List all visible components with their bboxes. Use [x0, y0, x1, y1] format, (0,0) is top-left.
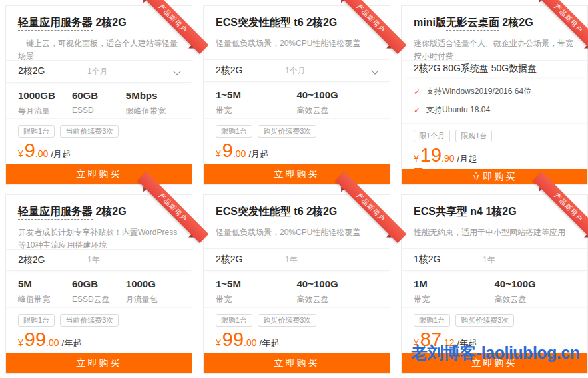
config-select[interactable]: 2核2G 1年: [204, 248, 390, 271]
limit-badge: 限购1台: [455, 130, 492, 142]
product-card-lighthouse-month: 产品新用户 轻量应用服务器 2核2G 一键上云，可视化面板，适合个人建站等轻量场…: [5, 5, 192, 185]
spec-item: 1M 带宽: [414, 278, 495, 307]
promo-price: ¥99.00/年起: [216, 329, 378, 349]
config-spec: 2核2G: [18, 254, 45, 266]
config-duration: 1年: [285, 254, 298, 266]
spec-item: 1~5M 带宽: [216, 278, 297, 307]
buy-now-button[interactable]: 立即购买: [204, 353, 390, 373]
price-section: 限购1台 购买价续费3次 ¥87.12/年起 省 ¥ 1364.88 /年: [402, 307, 587, 353]
buy-now-button[interactable]: 立即购买: [402, 353, 587, 373]
spec-item: 5M 峰值带宽: [18, 278, 72, 307]
renew-badge: 当前价续费3次: [60, 314, 119, 327]
price-section: 限1个月 限购1台 ¥19.90/月起 省 ¥ 231.05 /月: [402, 123, 587, 169]
check-icon: ✓: [414, 87, 420, 96]
renew-badge: 购买价续费3次: [258, 314, 316, 327]
spec-list: 1000GB 每月流量 60GB ESSD 5Mbps 限峰值带宽: [6, 83, 192, 118]
promo-price: ¥99.00/年起: [18, 329, 180, 349]
config-select[interactable]: 2核2G 1个月: [6, 60, 192, 83]
chevron-down-icon: [371, 67, 378, 75]
config-spec: 2核2G 80G系统盘 50G数据盘: [414, 63, 537, 75]
config-select[interactable]: 1核2G 1年: [402, 248, 587, 271]
product-card-ecs-n4-year: 产品新用户 ECS共享型 n4 1核2G 性能无约束，适用于中小型网站搭建等应用…: [401, 194, 588, 374]
badge-row: 限购1台 当前价续费3次: [18, 314, 180, 327]
card-header: mini版无影云桌面 2核2G 迷你版适合轻量个人、微企业办公场景，带宽按小时付…: [402, 6, 587, 60]
spec-item: 40~100G 高效云盘: [495, 278, 536, 307]
product-title: ECS共享型 n4 1核2G: [414, 205, 575, 219]
config-spec: 2核2G: [216, 65, 242, 77]
limit-badge: 限购1台: [216, 314, 252, 327]
limit-badge: 限1个月: [414, 130, 450, 142]
product-description: 轻量低负载场景，20%CPU性能轻松覆盖: [216, 37, 378, 50]
product-card-ecs-t6-month: 产品新用户 ECS突发性能型 t6 2核2G 轻量低负载场景，20%CPU性能轻…: [203, 5, 390, 185]
limit-badge: 限购1台: [414, 314, 450, 327]
spec-item: 1000GB 每月流量: [18, 90, 72, 118]
config-duration: 1个月: [87, 66, 108, 77]
card-header: 轻量应用服务器 2核2G 开发者成长计划专享补贴款！内置WordPress等10…: [6, 195, 192, 249]
product-title: ECS突发性能型 t6 2核2G: [216, 205, 378, 219]
spec-list: 1~5M 带宽 40~100G 高效云盘: [204, 82, 390, 118]
product-title: ECS突发性能型 t6 2核2G: [216, 16, 378, 30]
promo-price: ¥9.00/月起: [18, 140, 180, 160]
config-duration: 1个月: [285, 65, 306, 77]
badge-row: 限购1台 当前价续费3次: [18, 125, 180, 138]
limit-badge: 限购1台: [18, 125, 55, 138]
spec-list: 1M 带宽 40~100G 高效云盘: [402, 271, 587, 307]
check-icon: ✓: [414, 106, 420, 115]
product-card-wuying-desktop: 产品新用户 mini版无影云桌面 2核2G 迷你版适合轻量个人、微企业办公场景，…: [401, 5, 588, 185]
spec-list: 5M 峰值带宽 60GB ESSD云盘 1000G 月流量包: [6, 271, 192, 307]
spec-item: 60GB ESSD云盘: [72, 278, 126, 307]
price-section: 限购1台 当前价续费3次 ¥99.00/年起 省 ¥ 1101.00 /年: [6, 307, 192, 353]
badge-row: 限1个月 限购1台: [414, 130, 575, 142]
promo-price: ¥9.00/月起: [216, 140, 378, 160]
spec-item: 5Mbps 限峰值带宽: [126, 90, 180, 118]
renew-badge: 购买价续费3次: [258, 125, 316, 138]
promo-price: ¥87.12/年起: [414, 329, 575, 349]
product-card-ecs-t6-year: 产品新用户 ECS突发性能型 t6 2核2G 轻量低负载场景，20%CPU性能轻…: [203, 194, 390, 374]
chevron-down-icon: [173, 67, 180, 75]
product-description: 一键上云，可视化面板，适合个人建站等轻量场景: [18, 37, 180, 63]
product-title: mini版无影云桌面 2核2G: [414, 16, 575, 30]
card-header: 轻量应用服务器 2核2G 一键上云，可视化面板，适合个人建站等轻量场景: [6, 6, 192, 60]
buy-now-button[interactable]: 立即购买: [6, 164, 192, 184]
spec-item: 60GB ESSD: [72, 90, 126, 118]
feature-item: ✓ 支持Ubuntu 18.04: [414, 104, 575, 116]
promo-price: ¥19.90/月起: [414, 145, 575, 165]
buy-now-button[interactable]: 立即购买: [204, 164, 390, 184]
renew-badge: 购买价续费3次: [455, 314, 514, 327]
product-grid: 产品新用户 轻量应用服务器 2核2G 一键上云，可视化面板，适合个人建站等轻量场…: [0, 0, 588, 374]
renew-badge: 当前价续费3次: [60, 125, 119, 138]
config-spec: 1核2G: [414, 254, 440, 266]
config-spec: 2核2G: [216, 254, 242, 266]
config-duration: 1年: [87, 254, 100, 266]
product-card-lighthouse-year: 产品新用户 轻量应用服务器 2核2G 开发者成长计划专享补贴款！内置WordPr…: [5, 194, 192, 374]
buy-now-button[interactable]: 立即购买: [402, 169, 587, 184]
feature-item: ✓ 支持Windows2019/2016 64位: [414, 86, 575, 97]
config-select[interactable]: 2核2G 80G系统盘 50G数据盘: [402, 60, 587, 77]
product-description: 轻量低负载场景，20%CPU性能轻松覆盖: [216, 226, 378, 239]
price-section: 限购1台 购买价续费3次 ¥9.00/月起 省 ¥ 68.00 /月: [204, 118, 390, 164]
limit-badge: 限购1台: [216, 125, 252, 138]
config-duration: 1年: [483, 254, 495, 266]
spec-item: 40~100G 高效云盘: [297, 278, 338, 307]
spec-item: 40~100G 高效云盘: [297, 89, 338, 118]
config-select[interactable]: 2核2G 1个月: [204, 59, 390, 82]
buy-now-button[interactable]: 立即购买: [6, 353, 192, 373]
product-description: 开发者成长计划专享补贴款！内置WordPress等10种主流应用搭建环境: [18, 226, 180, 252]
card-header: ECS突发性能型 t6 2核2G 轻量低负载场景，20%CPU性能轻松覆盖: [204, 6, 390, 59]
card-header: ECS突发性能型 t6 2核2G 轻量低负载场景，20%CPU性能轻松覆盖: [204, 195, 390, 248]
feature-list: ✓ 支持Windows2019/2016 64位 ✓ 支持Ubuntu 18.0…: [402, 77, 587, 123]
product-description: 性能无约束，适用于中小型网站搭建等应用: [414, 226, 575, 239]
config-spec: 2核2G: [18, 65, 45, 77]
product-title: 轻量应用服务器 2核2G: [18, 16, 180, 30]
spec-item: 1000G 月流量包: [126, 278, 180, 307]
badge-row: 限购1台 购买价续费3次: [216, 125, 378, 138]
limit-badge: 限购1台: [18, 314, 55, 327]
badge-row: 限购1台 购买价续费3次: [216, 314, 378, 327]
card-header: ECS共享型 n4 1核2G 性能无约束，适用于中小型网站搭建等应用: [402, 195, 587, 248]
config-select[interactable]: 2核2G 1年: [6, 249, 192, 271]
price-section: 限购1台 当前价续费3次 ¥9.00/月起 省 ¥ 91.00 /月: [6, 118, 192, 164]
product-title: 轻量应用服务器 2核2G: [18, 205, 180, 219]
spec-item: 1~5M 带宽: [216, 89, 297, 118]
price-section: 限购1台 购买价续费3次 ¥99.00/年起 省 ¥ 753.00 /年: [204, 307, 390, 353]
badge-row: 限购1台 购买价续费3次: [414, 314, 575, 327]
